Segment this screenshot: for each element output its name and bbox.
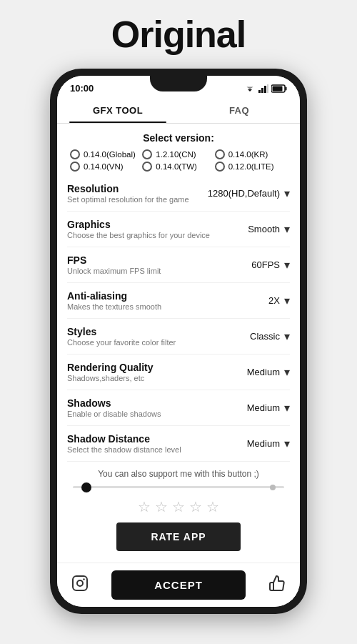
tab-faq[interactable]: FAQ: [178, 96, 300, 123]
setting-shadow-distance: Shadow Distance Select the shadow distan…: [67, 426, 290, 462]
svg-rect-5: [267, 84, 268, 93]
rate-btn-row: RATE APP: [67, 521, 290, 557]
radio-tw[interactable]: [142, 162, 152, 172]
version-option-vn[interactable]: 0.14.0(VN): [70, 162, 142, 172]
shadows-dropdown[interactable]: Medium ▾: [226, 401, 290, 415]
fps-chevron: ▾: [284, 258, 290, 272]
version-option-global[interactable]: 0.14.0(Global): [70, 149, 142, 159]
version-option-lite[interactable]: 0.12.0(LITE): [215, 162, 287, 172]
radio-lite[interactable]: [215, 162, 225, 172]
main-content: Select version: 0.14.0(Global) 1.2.10(CN…: [57, 124, 300, 563]
svg-rect-3: [261, 88, 263, 93]
setting-fps: FPS Unlock maximum FPS limit 60FPS ▾: [67, 247, 290, 283]
tabs-bar: GFX TOOL FAQ: [57, 96, 300, 124]
support-text: You can also support me with this button…: [67, 462, 290, 483]
version-option-cn[interactable]: 1.2.10(CN): [142, 149, 214, 159]
slider-section: [67, 483, 290, 494]
phone-frame: 10:00: [50, 69, 307, 614]
radio-kr[interactable]: [215, 149, 225, 159]
select-version-section: Select version: 0.14.0(Global) 1.2.10(CN…: [67, 124, 290, 176]
star-3[interactable]: ☆: [172, 498, 185, 515]
star-1[interactable]: ☆: [138, 498, 151, 515]
rate-app-button[interactable]: RATE APP: [116, 522, 240, 551]
svg-point-11: [83, 578, 84, 580]
instagram-icon[interactable]: [71, 575, 89, 596]
svg-point-10: [77, 580, 83, 586]
shadow-distance-chevron: ▾: [284, 437, 290, 450]
stars-row: ☆ ☆ ☆ ☆ ☆: [67, 494, 290, 521]
thumbs-up-icon[interactable]: [268, 575, 286, 596]
status-time: 10:00: [70, 83, 94, 94]
styles-chevron: ▾: [284, 330, 290, 343]
graphics-chevron: ▾: [284, 222, 290, 236]
radio-cn[interactable]: [142, 149, 152, 159]
anti-aliasing-dropdown[interactable]: 2X ▾: [226, 294, 290, 307]
phone-screen: 10:00: [57, 76, 300, 607]
fps-dropdown[interactable]: 60FPS ▾: [226, 258, 290, 272]
shadow-distance-dropdown[interactable]: Medium ▾: [226, 437, 290, 450]
select-version-title: Select version:: [67, 132, 290, 144]
star-4[interactable]: ☆: [189, 498, 202, 515]
radio-global[interactable]: [70, 149, 80, 159]
slider-track[interactable]: [73, 486, 284, 488]
graphics-dropdown[interactable]: Smooth ▾: [226, 222, 290, 236]
resolution-chevron: ▾: [284, 187, 290, 200]
svg-marker-0: [248, 89, 252, 91]
accept-button[interactable]: ACCEPT: [111, 570, 246, 600]
settings-list: Resolution Set optimal resolution for th…: [67, 176, 290, 462]
svg-rect-7: [286, 86, 287, 90]
svg-rect-4: [264, 86, 266, 93]
version-option-tw[interactable]: 0.14.0(TW): [142, 162, 214, 172]
svg-rect-8: [273, 86, 283, 91]
setting-styles: Styles Choose your favorite color filter…: [67, 319, 290, 355]
slider-dot-right: [270, 485, 276, 490]
slider-thumb[interactable]: [81, 482, 91, 492]
battery-icon: [271, 84, 287, 93]
signal-icon: [258, 84, 268, 93]
bottom-bar: ACCEPT: [57, 563, 300, 607]
page-title: Original: [111, 13, 246, 56]
setting-anti-aliasing: Anti-aliasing Makes the textures smooth …: [67, 283, 290, 319]
rendering-quality-chevron: ▾: [284, 365, 290, 379]
svg-rect-2: [258, 90, 261, 93]
setting-resolution: Resolution Set optimal resolution for th…: [67, 176, 290, 212]
rendering-quality-dropdown[interactable]: Medium ▾: [226, 365, 290, 379]
setting-rendering-quality: Rendering Quality Shadows,shaders, etc M…: [67, 355, 290, 390]
phone-notch: [150, 76, 207, 91]
radio-vn[interactable]: [70, 162, 80, 172]
version-options-grid: 0.14.0(Global) 1.2.10(CN) 0.14.0(KR) 0.1…: [67, 149, 290, 172]
status-icons: [244, 84, 287, 93]
styles-dropdown[interactable]: Classic ▾: [226, 330, 290, 343]
star-5[interactable]: ☆: [206, 498, 219, 515]
resolution-dropdown[interactable]: 1280(HD,Default) ▾: [208, 187, 290, 200]
svg-marker-1: [247, 86, 253, 89]
setting-graphics: Graphics Choose the best graphics for yo…: [67, 212, 290, 247]
setting-shadows: Shadows Enable or disable shadows Medium…: [67, 390, 290, 426]
tab-gfx-tool[interactable]: GFX TOOL: [57, 96, 178, 123]
shadows-chevron: ▾: [284, 401, 290, 415]
version-option-kr[interactable]: 0.14.0(KR): [215, 149, 287, 159]
wifi-icon: [244, 84, 256, 93]
star-2[interactable]: ☆: [155, 498, 168, 515]
svg-rect-9: [73, 576, 87, 590]
anti-aliasing-chevron: ▾: [284, 294, 290, 307]
